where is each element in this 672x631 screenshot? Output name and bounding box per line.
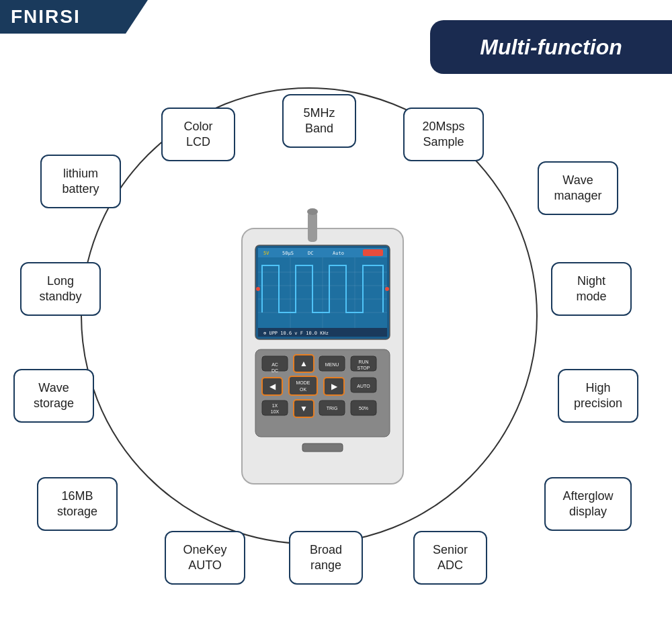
feature-box-wave-storage: Wavestorage <box>13 369 94 423</box>
feature-box-night-mode: Nightmode <box>551 262 632 316</box>
logo-banner: FNIRSI <box>0 0 148 34</box>
feature-box-long-standby: Longstandby <box>20 262 101 316</box>
feature-box-high-precision: Highprecision <box>558 369 638 423</box>
svg-text:Auto: Auto <box>333 251 344 256</box>
svg-text:TRIG: TRIG <box>327 406 338 411</box>
svg-text:⊕  UPP 10.6 v  F 10.0 KHz: ⊕ UPP 10.6 v F 10.0 KHz <box>263 331 329 336</box>
svg-point-2 <box>307 208 318 215</box>
svg-text:1X: 1X <box>272 403 278 408</box>
svg-text:50%: 50% <box>359 406 368 411</box>
svg-text:AC: AC <box>271 362 278 367</box>
feature-box-20msps: 20MspsSample <box>403 108 484 161</box>
logo-text: FNIRSI <box>11 6 81 28</box>
svg-text:AUTO: AUTO <box>357 384 370 388</box>
svg-text:DC: DC <box>308 251 313 256</box>
feature-box-broad-range: Broadrange <box>289 531 363 585</box>
feature-box-color-lcd: ColorLCD <box>161 108 235 161</box>
svg-text:▼: ▼ <box>300 404 308 413</box>
feature-box-senior-adc: SeniorADC <box>413 531 487 585</box>
svg-text:50μS: 50μS <box>282 251 294 256</box>
feature-box-afterglow-display: Afterglowdisplay <box>544 477 632 531</box>
svg-rect-10 <box>363 249 383 256</box>
svg-text:▲: ▲ <box>300 359 308 368</box>
svg-text:5V: 5V <box>263 251 269 256</box>
svg-point-18 <box>256 287 260 291</box>
svg-text:▶: ▶ <box>331 382 338 391</box>
svg-text:MENU: MENU <box>325 362 339 367</box>
svg-rect-35 <box>289 376 317 395</box>
svg-text:OK: OK <box>300 387 306 392</box>
title-text: Multi-function <box>480 35 622 60</box>
svg-rect-1 <box>308 212 317 242</box>
svg-text:MODE: MODE <box>296 380 310 385</box>
svg-text:◀: ◀ <box>269 382 276 391</box>
feature-box-16mb-storage: 16MBstorage <box>37 477 118 531</box>
svg-text:10X: 10X <box>271 409 280 414</box>
feature-box-onekey-auto: OneKeyAUTO <box>165 531 245 585</box>
feature-box-lithium-battery: lithiumbattery <box>40 155 121 208</box>
feature-box-wave-manager: Wavemanager <box>538 161 618 215</box>
svg-text:STOP: STOP <box>358 366 370 370</box>
title-banner: Multi-function <box>430 20 672 74</box>
device-image: 5V 50μS DC Auto ⊕ UPP 10.6 v F 10.0 KHz … <box>228 208 417 491</box>
svg-text:DC: DC <box>271 368 278 373</box>
svg-rect-51 <box>302 444 343 452</box>
svg-text:RUN: RUN <box>358 360 368 364</box>
feature-box-5mhz-band: 5MHzBand <box>282 94 356 148</box>
svg-point-19 <box>385 287 389 291</box>
